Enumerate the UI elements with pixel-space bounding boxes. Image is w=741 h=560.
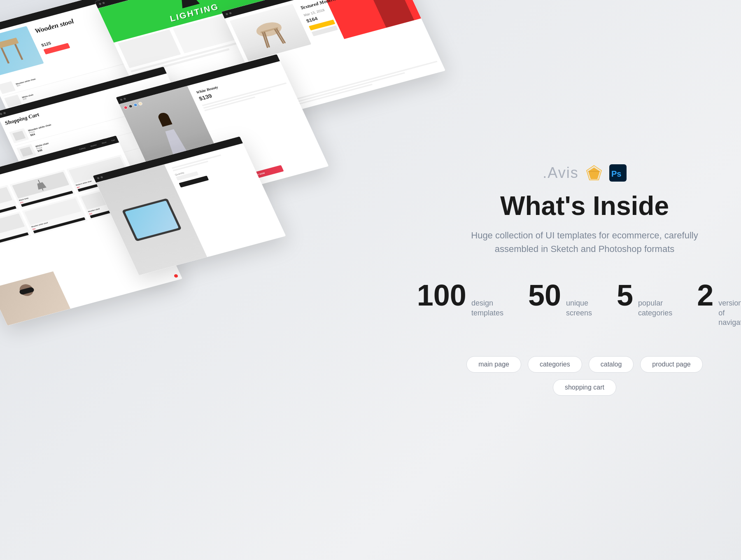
tag-product-page[interactable]: product page bbox=[640, 356, 702, 373]
svg-line-13 bbox=[42, 189, 43, 191]
right-panel: .Avis Ps What's Inside Huge collection o… bbox=[428, 0, 741, 560]
main-title: What's Inside bbox=[500, 191, 669, 220]
nav-about: About bbox=[101, 141, 107, 145]
tag-catalog[interactable]: catalog bbox=[589, 356, 634, 373]
figure-hair bbox=[156, 112, 172, 127]
swatch-beige bbox=[138, 102, 143, 106]
screen1-product-title: Wooden stool bbox=[33, 17, 75, 35]
sketch-icon bbox=[585, 164, 603, 182]
stat-100-label: designtemplates bbox=[471, 299, 503, 318]
svg-text:Ps: Ps bbox=[611, 169, 621, 178]
nav-catalog: Catalog bbox=[79, 147, 86, 150]
cart-img-placeholder-2 bbox=[20, 147, 33, 157]
stat-50-label: uniquescreens bbox=[566, 299, 592, 318]
tags-row: main page categories catalog product pag… bbox=[445, 356, 725, 396]
cart-img-2 bbox=[16, 144, 36, 159]
stat-5-number: 5 bbox=[617, 280, 633, 310]
item1-image bbox=[0, 81, 16, 94]
svg-marker-12 bbox=[35, 182, 46, 189]
cart-img-1 bbox=[9, 128, 29, 143]
screen1-price: $125 bbox=[40, 41, 52, 48]
stat-100-number: 100 bbox=[417, 280, 466, 310]
topbar-dot-8 bbox=[0, 113, 2, 115]
topbar-dot-6 bbox=[225, 13, 228, 15]
topbar-dot-10 bbox=[120, 98, 123, 101]
stat-unique-screens: 50 uniquescreens bbox=[528, 280, 592, 318]
topbar-dot-11 bbox=[123, 98, 126, 100]
stool-leg-left bbox=[0, 47, 9, 63]
mockup-wrapper: Shopping Cart Wooden stool bbox=[0, 0, 461, 346]
stat-versions-navigation: 2 versionsof navigation bbox=[697, 280, 741, 327]
red-dot-6 bbox=[174, 274, 179, 278]
stats-row: 100 designtemplates 50 uniquescreens 5 p… bbox=[417, 280, 741, 327]
tablet-screen-display bbox=[125, 201, 179, 239]
stat-50-number: 50 bbox=[528, 280, 561, 310]
topbar-dot-5 bbox=[102, 2, 105, 4]
swatch-red bbox=[123, 105, 128, 110]
nav-cart-link[interactable]: Cart bbox=[111, 139, 115, 142]
stat-design-templates: 100 designtemplates bbox=[417, 280, 503, 318]
lamp-icon-1 bbox=[34, 179, 48, 192]
topbar-dot-14 bbox=[97, 177, 100, 180]
brand-row: .Avis Ps bbox=[543, 164, 626, 182]
tag-main-page[interactable]: main page bbox=[466, 356, 521, 373]
svg-line-3 bbox=[277, 28, 285, 43]
stat-popular-categories: 5 popularcategories bbox=[617, 280, 672, 318]
tag-shopping-cart[interactable]: shopping cart bbox=[553, 379, 616, 396]
ps-icon: Ps bbox=[609, 164, 627, 182]
stat-5-label: popularcategories bbox=[638, 299, 672, 318]
stool-leg-right bbox=[14, 44, 23, 60]
woman-figure bbox=[0, 277, 62, 323]
brand-name: .Avis bbox=[543, 164, 578, 182]
screen6-woman-photo bbox=[0, 271, 70, 326]
topbar-dot-9 bbox=[3, 112, 6, 114]
stool-shape bbox=[0, 37, 26, 65]
subtitle: Huge collection of UI templates for ecom… bbox=[461, 229, 708, 256]
svg-line-11 bbox=[38, 180, 40, 183]
cart-img-placeholder-1 bbox=[12, 131, 26, 141]
mockup-area: Shopping Cart Wooden stool bbox=[0, 0, 453, 371]
swatch-blue bbox=[133, 103, 138, 107]
color-swatches bbox=[123, 102, 143, 110]
tablet-device bbox=[121, 198, 182, 241]
nav-wishlist: Wishlist bbox=[90, 144, 97, 147]
tag-categories[interactable]: categories bbox=[528, 356, 582, 373]
stat-2-label: versionsof navigation bbox=[718, 299, 741, 327]
topbar-dot-7 bbox=[229, 12, 232, 14]
topbar-dot-15 bbox=[100, 176, 103, 178]
topbar-dot-4 bbox=[99, 3, 102, 5]
stat-2-number: 2 bbox=[697, 280, 713, 310]
swatch-black bbox=[128, 104, 133, 108]
chair-svg bbox=[250, 15, 291, 50]
